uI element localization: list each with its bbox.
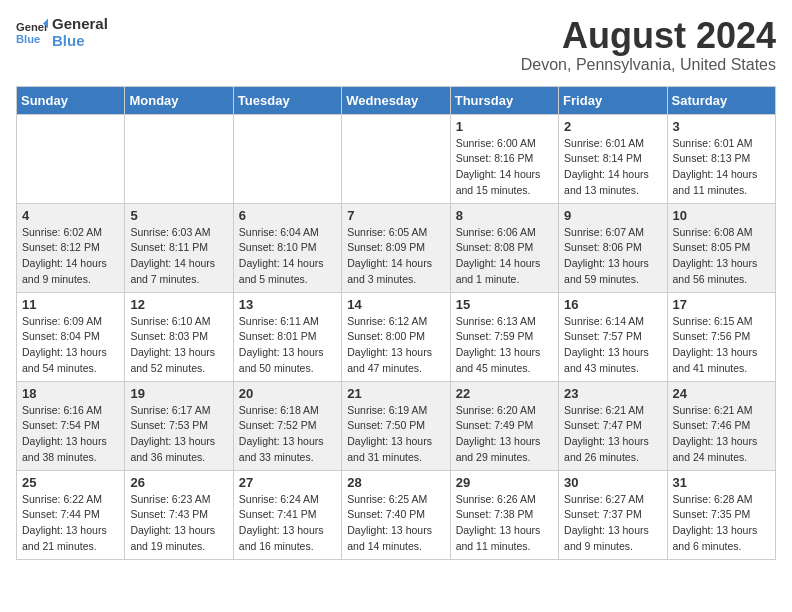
- weekday-header-friday: Friday: [559, 86, 667, 114]
- day-number: 6: [239, 208, 336, 223]
- day-info: Sunrise: 6:15 AM Sunset: 7:56 PM Dayligh…: [673, 314, 770, 377]
- calendar-cell: 10Sunrise: 6:08 AM Sunset: 8:05 PM Dayli…: [667, 203, 775, 292]
- weekday-header-row: SundayMondayTuesdayWednesdayThursdayFrid…: [17, 86, 776, 114]
- day-number: 20: [239, 386, 336, 401]
- week-row-3: 11Sunrise: 6:09 AM Sunset: 8:04 PM Dayli…: [17, 292, 776, 381]
- day-info: Sunrise: 6:09 AM Sunset: 8:04 PM Dayligh…: [22, 314, 119, 377]
- week-row-4: 18Sunrise: 6:16 AM Sunset: 7:54 PM Dayli…: [17, 381, 776, 470]
- day-info: Sunrise: 6:21 AM Sunset: 7:46 PM Dayligh…: [673, 403, 770, 466]
- day-number: 29: [456, 475, 553, 490]
- weekday-header-monday: Monday: [125, 86, 233, 114]
- day-number: 2: [564, 119, 661, 134]
- day-number: 30: [564, 475, 661, 490]
- day-info: Sunrise: 6:28 AM Sunset: 7:35 PM Dayligh…: [673, 492, 770, 555]
- day-info: Sunrise: 6:10 AM Sunset: 8:03 PM Dayligh…: [130, 314, 227, 377]
- logo-text-line1: General: [52, 16, 108, 33]
- calendar-cell: 19Sunrise: 6:17 AM Sunset: 7:53 PM Dayli…: [125, 381, 233, 470]
- day-info: Sunrise: 6:26 AM Sunset: 7:38 PM Dayligh…: [456, 492, 553, 555]
- day-info: Sunrise: 6:27 AM Sunset: 7:37 PM Dayligh…: [564, 492, 661, 555]
- day-number: 27: [239, 475, 336, 490]
- day-info: Sunrise: 6:25 AM Sunset: 7:40 PM Dayligh…: [347, 492, 444, 555]
- day-info: Sunrise: 6:01 AM Sunset: 8:14 PM Dayligh…: [564, 136, 661, 199]
- day-number: 22: [456, 386, 553, 401]
- month-title: August 2024: [521, 16, 776, 56]
- day-number: 23: [564, 386, 661, 401]
- day-info: Sunrise: 6:03 AM Sunset: 8:11 PM Dayligh…: [130, 225, 227, 288]
- day-info: Sunrise: 6:04 AM Sunset: 8:10 PM Dayligh…: [239, 225, 336, 288]
- day-number: 11: [22, 297, 119, 312]
- day-number: 21: [347, 386, 444, 401]
- calendar-cell: 8Sunrise: 6:06 AM Sunset: 8:08 PM Daylig…: [450, 203, 558, 292]
- week-row-1: 1Sunrise: 6:00 AM Sunset: 8:16 PM Daylig…: [17, 114, 776, 203]
- calendar-cell: 31Sunrise: 6:28 AM Sunset: 7:35 PM Dayli…: [667, 470, 775, 559]
- day-info: Sunrise: 6:13 AM Sunset: 7:59 PM Dayligh…: [456, 314, 553, 377]
- calendar-cell: 14Sunrise: 6:12 AM Sunset: 8:00 PM Dayli…: [342, 292, 450, 381]
- day-number: 24: [673, 386, 770, 401]
- day-info: Sunrise: 6:19 AM Sunset: 7:50 PM Dayligh…: [347, 403, 444, 466]
- day-number: 10: [673, 208, 770, 223]
- weekday-header-saturday: Saturday: [667, 86, 775, 114]
- day-info: Sunrise: 6:23 AM Sunset: 7:43 PM Dayligh…: [130, 492, 227, 555]
- day-info: Sunrise: 6:08 AM Sunset: 8:05 PM Dayligh…: [673, 225, 770, 288]
- calendar-cell: 20Sunrise: 6:18 AM Sunset: 7:52 PM Dayli…: [233, 381, 341, 470]
- day-info: Sunrise: 6:11 AM Sunset: 8:01 PM Dayligh…: [239, 314, 336, 377]
- calendar-cell: 23Sunrise: 6:21 AM Sunset: 7:47 PM Dayli…: [559, 381, 667, 470]
- day-number: 9: [564, 208, 661, 223]
- day-info: Sunrise: 6:01 AM Sunset: 8:13 PM Dayligh…: [673, 136, 770, 199]
- calendar-cell: 26Sunrise: 6:23 AM Sunset: 7:43 PM Dayli…: [125, 470, 233, 559]
- calendar-cell: 21Sunrise: 6:19 AM Sunset: 7:50 PM Dayli…: [342, 381, 450, 470]
- calendar-cell: 28Sunrise: 6:25 AM Sunset: 7:40 PM Dayli…: [342, 470, 450, 559]
- day-info: Sunrise: 6:05 AM Sunset: 8:09 PM Dayligh…: [347, 225, 444, 288]
- day-number: 1: [456, 119, 553, 134]
- title-block: August 2024 Devon, Pennsylvania, United …: [521, 16, 776, 74]
- day-info: Sunrise: 6:16 AM Sunset: 7:54 PM Dayligh…: [22, 403, 119, 466]
- calendar-cell: 24Sunrise: 6:21 AM Sunset: 7:46 PM Dayli…: [667, 381, 775, 470]
- week-row-5: 25Sunrise: 6:22 AM Sunset: 7:44 PM Dayli…: [17, 470, 776, 559]
- calendar-cell: 2Sunrise: 6:01 AM Sunset: 8:14 PM Daylig…: [559, 114, 667, 203]
- day-number: 25: [22, 475, 119, 490]
- calendar-cell: [17, 114, 125, 203]
- svg-text:General: General: [16, 21, 48, 33]
- day-number: 15: [456, 297, 553, 312]
- calendar-cell: 29Sunrise: 6:26 AM Sunset: 7:38 PM Dayli…: [450, 470, 558, 559]
- location-text: Devon, Pennsylvania, United States: [521, 56, 776, 74]
- calendar-cell: 4Sunrise: 6:02 AM Sunset: 8:12 PM Daylig…: [17, 203, 125, 292]
- day-info: Sunrise: 6:12 AM Sunset: 8:00 PM Dayligh…: [347, 314, 444, 377]
- calendar-cell: 25Sunrise: 6:22 AM Sunset: 7:44 PM Dayli…: [17, 470, 125, 559]
- day-number: 5: [130, 208, 227, 223]
- day-number: 16: [564, 297, 661, 312]
- day-info: Sunrise: 6:24 AM Sunset: 7:41 PM Dayligh…: [239, 492, 336, 555]
- day-number: 31: [673, 475, 770, 490]
- svg-text:Blue: Blue: [16, 32, 40, 44]
- calendar-cell: 30Sunrise: 6:27 AM Sunset: 7:37 PM Dayli…: [559, 470, 667, 559]
- day-info: Sunrise: 6:14 AM Sunset: 7:57 PM Dayligh…: [564, 314, 661, 377]
- day-info: Sunrise: 6:02 AM Sunset: 8:12 PM Dayligh…: [22, 225, 119, 288]
- day-number: 18: [22, 386, 119, 401]
- week-row-2: 4Sunrise: 6:02 AM Sunset: 8:12 PM Daylig…: [17, 203, 776, 292]
- logo-icon: General Blue: [16, 17, 48, 49]
- day-info: Sunrise: 6:21 AM Sunset: 7:47 PM Dayligh…: [564, 403, 661, 466]
- day-number: 4: [22, 208, 119, 223]
- calendar-cell: 5Sunrise: 6:03 AM Sunset: 8:11 PM Daylig…: [125, 203, 233, 292]
- day-number: 3: [673, 119, 770, 134]
- calendar-cell: 22Sunrise: 6:20 AM Sunset: 7:49 PM Dayli…: [450, 381, 558, 470]
- calendar-cell: [233, 114, 341, 203]
- calendar-cell: [125, 114, 233, 203]
- calendar-cell: 13Sunrise: 6:11 AM Sunset: 8:01 PM Dayli…: [233, 292, 341, 381]
- day-number: 28: [347, 475, 444, 490]
- weekday-header-sunday: Sunday: [17, 86, 125, 114]
- page-header: General Blue General Blue August 2024 De…: [16, 16, 776, 74]
- weekday-header-thursday: Thursday: [450, 86, 558, 114]
- calendar-cell: 16Sunrise: 6:14 AM Sunset: 7:57 PM Dayli…: [559, 292, 667, 381]
- calendar-cell: 11Sunrise: 6:09 AM Sunset: 8:04 PM Dayli…: [17, 292, 125, 381]
- weekday-header-tuesday: Tuesday: [233, 86, 341, 114]
- day-number: 8: [456, 208, 553, 223]
- day-number: 14: [347, 297, 444, 312]
- calendar-cell: 9Sunrise: 6:07 AM Sunset: 8:06 PM Daylig…: [559, 203, 667, 292]
- day-number: 17: [673, 297, 770, 312]
- calendar-cell: 27Sunrise: 6:24 AM Sunset: 7:41 PM Dayli…: [233, 470, 341, 559]
- day-info: Sunrise: 6:20 AM Sunset: 7:49 PM Dayligh…: [456, 403, 553, 466]
- calendar-cell: 3Sunrise: 6:01 AM Sunset: 8:13 PM Daylig…: [667, 114, 775, 203]
- logo-text-line2: Blue: [52, 33, 108, 50]
- day-number: 7: [347, 208, 444, 223]
